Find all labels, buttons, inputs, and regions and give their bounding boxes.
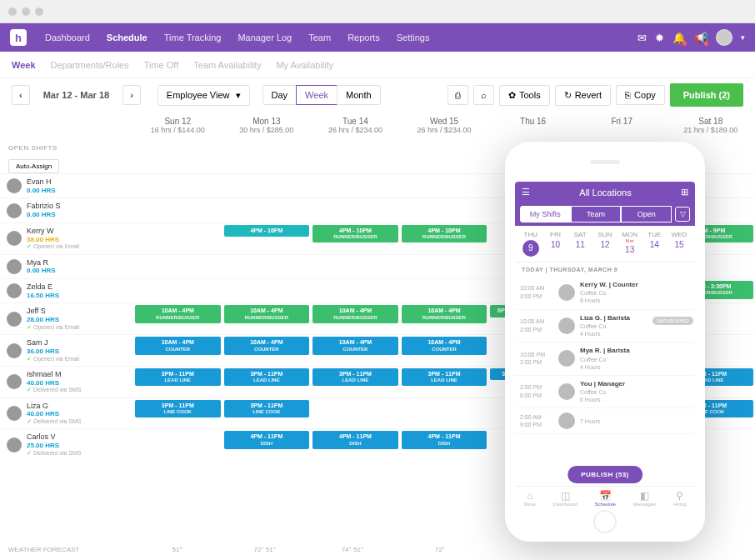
- phone-publish-button[interactable]: PUBLISH (53): [568, 466, 642, 483]
- phone-day[interactable]: FRI10: [546, 231, 566, 257]
- shift-block[interactable]: 10AM - 4PMCOUNTER: [402, 337, 488, 355]
- day-cell[interactable]: [400, 255, 489, 278]
- phone-tab-store[interactable]: ⌂Store: [523, 490, 535, 507]
- day-cell[interactable]: [311, 174, 400, 198]
- day-cell[interactable]: [133, 279, 222, 302]
- chevron-down-icon[interactable]: ▾: [741, 33, 745, 42]
- phone-day[interactable]: TUE14: [644, 231, 664, 257]
- phone-shift-row[interactable]: 10:00 PM2:00 PMMya R. | BaristaCoffee Co…: [515, 342, 695, 376]
- subnav-time-off[interactable]: Time Off: [144, 60, 179, 70]
- nav-time-tracking[interactable]: Time Tracking: [156, 32, 230, 42]
- period-month[interactable]: Month: [337, 85, 381, 105]
- day-cell[interactable]: 10AM - 4PMCOUNTER: [311, 335, 400, 366]
- publish-button[interactable]: Publish (2): [670, 83, 743, 107]
- shift-block[interactable]: 3PM - 11PMLEAD LINE: [402, 368, 488, 387]
- phone-tab-schedule[interactable]: 📅Schedule: [595, 490, 616, 507]
- shift-block[interactable]: 10AM - 4PMCOUNTER: [312, 337, 398, 355]
- bell-icon[interactable]: 🔔: [672, 32, 686, 44]
- employee-cell[interactable]: Carlos V25.00 HRSDelivered via SMS: [0, 429, 133, 460]
- day-cell[interactable]: 10AM - 4PMRUNNER/BUSSER: [311, 303, 400, 334]
- nav-manager-log[interactable]: Manager Log: [229, 32, 300, 42]
- phone-tab-messages[interactable]: ◧Messages: [633, 490, 656, 507]
- day-cell[interactable]: 4PM - 10PM: [222, 223, 312, 254]
- day-cell[interactable]: [133, 198, 222, 222]
- employee-cell[interactable]: Fabrizio S0.00 HRS: [0, 198, 133, 222]
- chat-icon[interactable]: ✹: [655, 32, 664, 44]
- day-cell[interactable]: [222, 255, 312, 278]
- day-cell[interactable]: 3PM - 11PMLINE COOK: [222, 398, 312, 429]
- menu-icon[interactable]: ☰: [522, 187, 530, 198]
- phone-tab-hiring[interactable]: ⚲Hiring: [673, 490, 687, 507]
- day-cell[interactable]: [222, 198, 312, 222]
- tools-button[interactable]: ✿ Tools: [499, 85, 550, 106]
- day-cell[interactable]: [311, 279, 400, 302]
- day-cell[interactable]: 3PM - 11PMLEAD LINE: [133, 367, 222, 398]
- phone-day[interactable]: THU9: [521, 231, 541, 257]
- employee-cell[interactable]: Ishmael M40.00 HRSDelivered via SMS: [0, 367, 133, 398]
- shift-block[interactable]: 10AM - 4PMCOUNTER: [135, 337, 221, 355]
- auto-assign-button[interactable]: Auto-Assign: [8, 159, 59, 173]
- shift-block[interactable]: 10AM - 4PMCOUNTER: [224, 337, 310, 355]
- subnav-team-availability[interactable]: Team Availability: [193, 60, 261, 70]
- shift-block[interactable]: 3PM - 11PMLINE COOK: [135, 400, 221, 418]
- logo[interactable]: h: [10, 29, 27, 46]
- phone-tab-dashboard[interactable]: ◫Dashboard: [553, 490, 578, 507]
- mail-icon[interactable]: ✉: [638, 32, 647, 44]
- day-cell[interactable]: [311, 255, 400, 278]
- phone-day[interactable]: MONMar13: [620, 231, 640, 257]
- day-cell[interactable]: 4PM - 10PMRUNNER/BUSSER: [400, 223, 489, 254]
- day-cell[interactable]: [400, 279, 489, 302]
- day-cell[interactable]: [133, 223, 222, 254]
- copy-button[interactable]: ⎘ Copy: [616, 85, 665, 105]
- day-cell[interactable]: 10AM - 4PMCOUNTER: [133, 335, 222, 366]
- megaphone-icon[interactable]: 📢: [694, 32, 708, 44]
- day-cell[interactable]: [222, 174, 312, 198]
- prev-week-button[interactable]: ‹: [12, 85, 30, 105]
- day-cell[interactable]: [133, 255, 222, 278]
- day-cell[interactable]: 10AM - 4PMRUNNER/BUSSER: [400, 303, 489, 334]
- home-button[interactable]: [593, 510, 617, 533]
- phone-shift-row[interactable]: 2:00 PM8:00 PMYou | ManagerCoffee Co6 Ho…: [515, 376, 695, 409]
- revert-button[interactable]: ↻ Revert: [555, 85, 611, 106]
- day-cell[interactable]: 3PM - 11PMLINE COOK: [133, 398, 222, 429]
- nav-schedule[interactable]: Schedule: [98, 32, 156, 42]
- employee-cell[interactable]: Zelda E16.50 HRS: [0, 279, 133, 302]
- subnav-my-availability[interactable]: My Availability: [276, 60, 333, 70]
- day-cell[interactable]: 10AM - 4PMCOUNTER: [222, 335, 312, 366]
- day-cell[interactable]: 4PM - 11PMDISH: [222, 429, 312, 460]
- subnav-departments-roles[interactable]: Departments/Roles: [51, 60, 129, 70]
- employee-cell[interactable]: Kerry W38.00 HRSOpened via Email: [0, 223, 133, 254]
- employee-cell[interactable]: Mya R0.00 HRS: [0, 255, 133, 278]
- nav-team[interactable]: Team: [300, 32, 339, 42]
- day-cell[interactable]: 3PM - 11PMLEAD LINE: [222, 367, 312, 398]
- phone-shift-row[interactable]: 10:00 AM2:00 PMLiza G. | BaristaCoffee C…: [515, 310, 695, 343]
- period-week[interactable]: Week: [296, 85, 338, 105]
- day-cell[interactable]: 4PM - 10PMRUNNER/BUSSER: [311, 223, 400, 254]
- day-cell[interactable]: [222, 279, 312, 302]
- employee-cell[interactable]: Liza G40.00 HRSDelivered via SMS: [0, 398, 133, 429]
- nav-dashboard[interactable]: Dashboard: [37, 32, 98, 42]
- shift-block[interactable]: 4PM - 11PMDISH: [224, 431, 310, 449]
- shift-block[interactable]: 10AM - 4PMRUNNER/BUSSER: [402, 305, 488, 323]
- phone-seg-team[interactable]: Team: [571, 206, 622, 222]
- phone-day[interactable]: WED15: [669, 231, 689, 257]
- next-week-button[interactable]: ›: [122, 85, 141, 105]
- day-cell[interactable]: [400, 198, 489, 222]
- shift-block[interactable]: 4PM - 10PM: [224, 225, 310, 237]
- avatar[interactable]: [716, 29, 732, 46]
- day-cell[interactable]: [133, 429, 222, 460]
- employee-cell[interactable]: Jeff S28.00 HRSOpened via Email: [0, 303, 133, 334]
- shift-block[interactable]: 10AM - 4PMRUNNER/BUSSER: [224, 305, 310, 323]
- search-icon[interactable]: ⌕: [473, 85, 494, 105]
- shift-block[interactable]: 10AM - 4PMRUNNER/BUSSER: [135, 305, 221, 323]
- day-cell[interactable]: [400, 398, 489, 429]
- phone-seg-my-shifts[interactable]: My Shifts: [520, 206, 571, 222]
- phone-shift-row[interactable]: 2:00 AM9:00 PM7 Hours: [515, 408, 695, 434]
- nav-reports[interactable]: Reports: [339, 32, 388, 42]
- print-icon[interactable]: ⎙: [448, 85, 468, 105]
- shift-block[interactable]: 3PM - 11PMLEAD LINE: [224, 368, 310, 387]
- day-cell[interactable]: 10AM - 4PMRUNNER/BUSSER: [222, 303, 312, 334]
- shift-block[interactable]: 4PM - 11PMDISH: [312, 431, 398, 449]
- shift-block[interactable]: 3PM - 11PMLINE COOK: [224, 400, 310, 418]
- period-day[interactable]: Day: [262, 85, 298, 105]
